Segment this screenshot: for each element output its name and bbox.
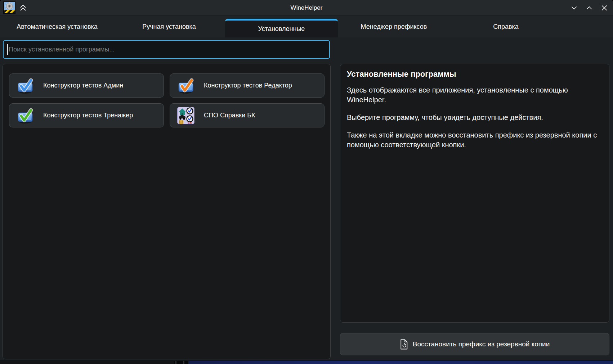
svg-text:2.5: 2.5 (188, 121, 192, 124)
tab-auto-install[interactable]: Автоматическая установка (1, 16, 113, 37)
program-name: Конструктор тестов Тренажер (43, 112, 133, 119)
tab-installed[interactable]: Установленные (225, 19, 338, 37)
double-chevron-up-icon[interactable] (19, 4, 27, 12)
orange-check-app-icon (177, 77, 194, 94)
tab-prefix-manager[interactable]: Менеджер префиксов (338, 16, 450, 37)
info-panel-title: Установленные программы (347, 69, 603, 79)
bottom-strip (0, 361, 613, 364)
installed-programs-panel: Конструктор тестов Админ Конструктор тес… (3, 64, 331, 359)
info-paragraph: Выберите программу, чтобы увидеть доступ… (347, 113, 603, 122)
content-area: Конструктор тестов Админ Конструктор тес… (0, 37, 613, 361)
search-input[interactable] (3, 40, 330, 59)
document-restore-icon (400, 339, 408, 350)
close-button[interactable] (601, 4, 608, 12)
program-item-admin[interactable]: Конструктор тестов Админ (9, 73, 164, 98)
blue-check-app-icon (17, 77, 34, 94)
program-name: Конструктор тестов Редактор (204, 82, 292, 89)
tab-bar: Автоматическая установка Ручная установк… (0, 16, 613, 37)
titlebar[interactable]: WineHelper (0, 0, 613, 16)
bottom-strip-black-segment (174, 361, 188, 364)
spo-spravki-bk-app-icon: 2.5 (177, 107, 194, 124)
window-controls (571, 4, 608, 12)
restore-prefix-button[interactable]: Восстановить префикс из резервной копии (340, 333, 609, 355)
info-paragraph: Здесь отображаются все приложения, устан… (347, 85, 603, 105)
window-title: WineHelper (0, 0, 613, 15)
winehelper-app-icon (3, 1, 15, 14)
program-name: Конструктор тестов Админ (43, 82, 123, 89)
green-check-app-icon (17, 107, 34, 124)
bottom-strip-dark-segment (0, 361, 174, 364)
app-window: WineHelper Автоматическая установка Ручн… (0, 0, 613, 361)
program-item-redaktor[interactable]: Конструктор тестов Редактор (170, 73, 325, 98)
program-item-spo-spravki[interactable]: 2.5 СПО Справки БК (170, 103, 325, 127)
minimize-button[interactable] (571, 4, 578, 12)
bottom-strip-navy-segment (188, 361, 613, 364)
tab-manual-install[interactable]: Ручная установка (113, 16, 225, 37)
info-panel: Установленные программы Здесь отображают… (340, 64, 609, 323)
program-item-trenazher[interactable]: Конструктор тестов Тренажер (9, 103, 164, 127)
program-name: СПО Справки БК (204, 112, 255, 119)
info-paragraph: Также на этой вкладке можно восстановить… (347, 130, 603, 150)
tab-help[interactable]: Справка (450, 16, 562, 37)
maximize-button[interactable] (586, 4, 593, 12)
restore-button-label: Восстановить префикс из резервной копии (413, 340, 550, 348)
